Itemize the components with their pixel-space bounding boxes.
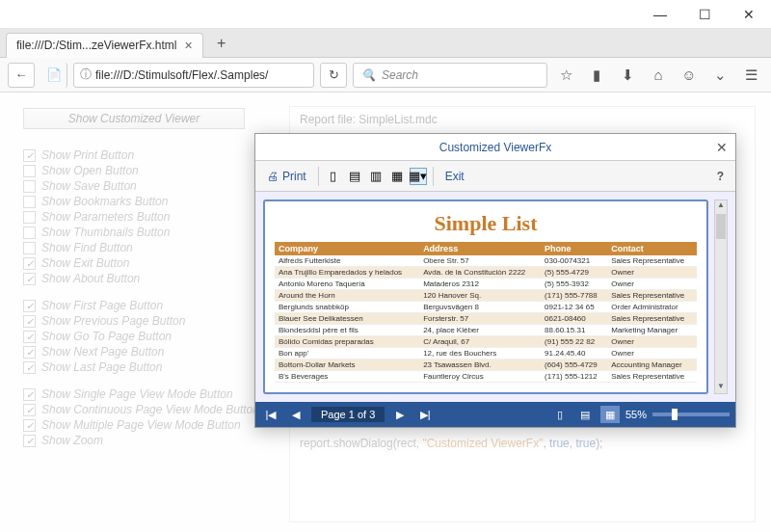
multi-page-icon[interactable]: ▦: [388, 168, 406, 185]
report-title: Simple List: [275, 211, 697, 236]
home-icon[interactable]: ⌂: [646, 63, 671, 88]
viewer-toolbar: 🖨 Print ▯ ▤ ▥ ▦ ▦▾ Exit ?: [255, 161, 735, 192]
url-box[interactable]: ⓘ file:///D:/Stimulsoft/Flex/.Samples/: [73, 63, 314, 88]
modal-titlebar: Customized ViewerFx ✕: [255, 134, 735, 161]
reload-button[interactable]: ↻: [320, 63, 347, 88]
table-row: Blauer See DelikatessenForsterstr. 57062…: [275, 313, 697, 325]
report-page: Simple List CompanyAddressPhoneContact A…: [263, 200, 708, 394]
download-icon[interactable]: ⬇: [615, 63, 640, 88]
modal-title-text: Customized ViewerFx: [439, 141, 551, 154]
feedback-icon[interactable]: ☺: [677, 63, 702, 88]
print-icon: 🖨: [267, 170, 279, 183]
pocket-icon[interactable]: ⌄: [707, 63, 732, 88]
scroll-thumb[interactable]: [716, 214, 726, 239]
single-page-icon[interactable]: ▯: [325, 168, 342, 185]
col-header: Address: [419, 242, 541, 255]
zoom-thumb[interactable]: [672, 409, 678, 420]
viewer-viewport: Simple List CompanyAddressPhoneContact A…: [255, 192, 735, 402]
modal-close-icon[interactable]: ✕: [716, 140, 728, 155]
nav-bar: ← 📄 ⓘ file:///D:/Stimulsoft/Flex/.Sample…: [0, 58, 771, 93]
table-row: Blondesddsl père et fils24, place Kléber…: [275, 325, 697, 336]
table-row: Berglunds snabbköpBerguvsvägen 80921-12 …: [275, 302, 697, 313]
table-row: Ana Trujillo Emparedados y heladosAvda. …: [275, 267, 697, 279]
col-header: Company: [275, 242, 419, 255]
search-box[interactable]: 🔍 Search: [353, 63, 547, 88]
scroll-down-icon[interactable]: ▼: [715, 382, 727, 393]
search-icon: 🔍: [361, 68, 376, 82]
last-page-button[interactable]: ▶|: [415, 406, 435, 423]
viewer-modal: Customized ViewerFx ✕ 🖨 Print ▯ ▤ ▥ ▦ ▦▾…: [254, 133, 736, 428]
table-row: B's BeveragesFauntleroy Circus(171) 555-…: [275, 371, 697, 383]
prev-page-button[interactable]: ◀: [286, 406, 306, 423]
tab-bar: file:///D:/Stim...zeViewerFx.html × +: [0, 29, 771, 58]
first-page-button[interactable]: |◀: [261, 406, 280, 423]
table-row: Around the Horn120 Hanover Sq.(171) 555-…: [275, 290, 697, 302]
tab-title: file:///D:/Stim...zeViewerFx.html: [16, 39, 176, 52]
table-row: Alfreds FutterkisteObere Str. 57030-0074…: [275, 255, 697, 267]
menu-icon[interactable]: ☰: [738, 63, 763, 88]
back-button[interactable]: ←: [8, 63, 35, 88]
info-icon: ⓘ: [80, 66, 92, 83]
grid-view-icon[interactable]: ▦▾: [410, 168, 427, 185]
mode1-icon[interactable]: ▯: [550, 406, 570, 423]
content-area: Show Customized Viewer ✓Show Print Butto…: [0, 93, 771, 532]
tab-close-icon[interactable]: ×: [184, 38, 192, 53]
star-icon[interactable]: ☆: [553, 63, 578, 88]
zoom-slider[interactable]: [652, 412, 730, 416]
window-maximize[interactable]: ☐: [682, 0, 727, 29]
viewer-footer: |◀ ◀ Page 1 of 3 ▶ ▶| ▯ ▤ ▦ 55%: [255, 402, 735, 427]
mode2-icon[interactable]: ▤: [575, 406, 595, 423]
new-tab-button[interactable]: +: [209, 33, 234, 54]
mode3-icon[interactable]: ▦: [600, 406, 620, 423]
continuous-page-icon[interactable]: ▤: [346, 168, 363, 185]
page-label: Page 1 of 3: [311, 407, 385, 422]
scroll-up-icon[interactable]: ▲: [715, 200, 727, 212]
table-row: Bottom-Dollar Markets23 Tsawassen Blvd.(…: [275, 359, 697, 371]
window-minimize[interactable]: —: [638, 0, 682, 29]
col-header: Phone: [541, 242, 607, 255]
table-row: Antonio Moreno TaqueríaMataderos 2312(5)…: [275, 279, 697, 290]
file-icon[interactable]: 📄: [40, 63, 67, 88]
report-table: CompanyAddressPhoneContact Alfreds Futte…: [275, 242, 697, 383]
exit-button[interactable]: Exit: [439, 167, 470, 186]
url-text: file:///D:/Stimulsoft/Flex/.Samples/: [95, 68, 268, 82]
browser-tab[interactable]: file:///D:/Stim...zeViewerFx.html ×: [6, 33, 203, 58]
vertical-scrollbar[interactable]: ▲ ▼: [714, 200, 728, 394]
zoom-label: 55%: [625, 409, 647, 420]
search-placeholder: Search: [382, 68, 418, 82]
two-page-icon[interactable]: ▥: [367, 168, 385, 185]
next-page-button[interactable]: ▶: [390, 406, 410, 423]
print-button[interactable]: 🖨 Print: [261, 167, 312, 186]
col-header: Contact: [607, 242, 697, 255]
table-row: Bon app'12, rue des Bouchers91.24.45.40O…: [275, 348, 697, 359]
window-close[interactable]: ✕: [727, 0, 771, 29]
bookmark-icon[interactable]: ▮: [584, 63, 609, 88]
window-titlebar: — ☐ ✕: [0, 0, 771, 29]
help-button[interactable]: ?: [711, 170, 730, 183]
table-row: Bólido Comidas preparadasC/ Araquil, 67(…: [275, 336, 697, 348]
